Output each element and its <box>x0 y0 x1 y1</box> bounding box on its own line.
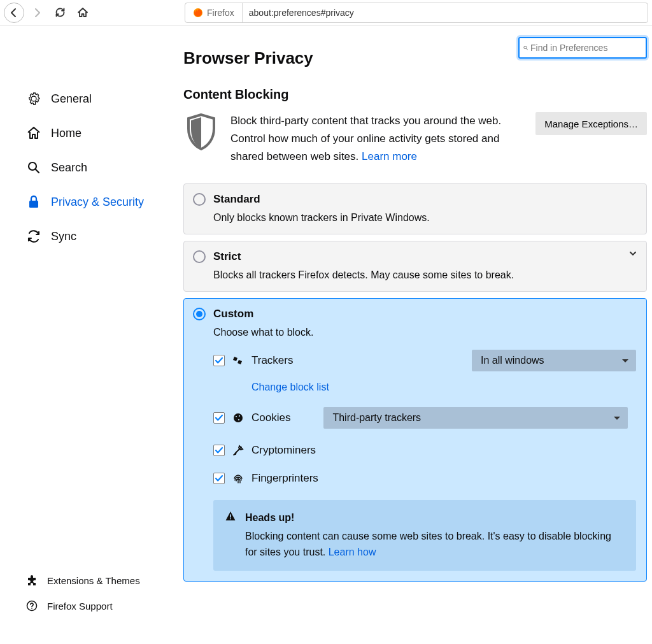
home-icon <box>77 7 89 18</box>
option-desc: Only blocks known trackers in Private Wi… <box>213 212 636 224</box>
content-blocking-description-wrap: Block third-party content that tracks yo… <box>230 112 524 166</box>
learn-more-link[interactable]: Learn more <box>362 150 417 162</box>
trackers-label: Trackers <box>252 354 294 367</box>
option-title: Custom <box>213 308 253 320</box>
svg-point-5 <box>234 413 243 422</box>
option-custom[interactable]: Custom Choose what to block. Trackers In… <box>183 298 647 581</box>
search-input[interactable] <box>530 43 642 53</box>
svg-point-6 <box>236 416 237 417</box>
option-desc: Choose what to block. <box>213 327 636 338</box>
cryptominers-label: Cryptominers <box>252 444 316 457</box>
change-block-list-link[interactable]: Change block list <box>252 382 329 392</box>
sidebar-item-privacy[interactable]: Privacy & Security <box>0 185 183 219</box>
svg-point-1 <box>29 162 36 170</box>
forward-button <box>27 3 47 23</box>
sidebar-footer-extensions[interactable]: Extensions & Themes <box>0 568 183 593</box>
cookies-icon <box>232 412 244 424</box>
fingerprinters-label: Fingerprinters <box>252 472 318 485</box>
back-button[interactable] <box>4 3 24 23</box>
heads-up-title: Heads up! <box>245 510 294 526</box>
help-icon <box>25 599 38 612</box>
sync-icon <box>25 228 42 245</box>
option-standard[interactable]: Standard Only blocks known trackers in P… <box>183 183 647 234</box>
trackers-icon <box>232 355 244 366</box>
sidebar-item-label: Sync <box>51 230 76 243</box>
cryptominers-icon <box>232 445 244 456</box>
option-title: Strict <box>213 250 241 263</box>
svg-point-7 <box>239 415 240 417</box>
url-bar[interactable]: Firefox about:preferences#privacy <box>185 3 648 23</box>
radio-strict[interactable] <box>193 250 206 263</box>
sidebar-footer-label: Firefox Support <box>47 601 113 612</box>
browser-toolbar: Firefox about:preferences#privacy <box>0 0 652 25</box>
url-text: about:preferences#privacy <box>243 8 360 18</box>
search-icon <box>25 159 42 176</box>
puzzle-icon <box>25 574 38 587</box>
firefox-icon <box>193 8 203 18</box>
option-desc: Blocks all trackers Firefox detects. May… <box>213 269 636 281</box>
manage-exceptions-button[interactable]: Manage Exceptions… <box>535 112 647 135</box>
arrow-left-icon <box>9 8 19 18</box>
sidebar-item-home[interactable]: Home <box>0 116 183 150</box>
heads-up-notice: Heads up! Blocking content can cause som… <box>213 500 636 570</box>
svg-rect-2 <box>29 201 38 208</box>
preferences-sidebar: General Home Search Privacy & Security S… <box>0 25 183 644</box>
heads-up-body-text: Blocking content can cause some web site… <box>245 531 611 557</box>
identity-label: Firefox <box>207 8 234 18</box>
svg-rect-10 <box>230 519 231 520</box>
checkbox-cookies[interactable] <box>213 412 225 424</box>
warning-icon <box>225 510 236 560</box>
checkbox-trackers[interactable] <box>213 355 225 366</box>
sidebar-footer-support[interactable]: Firefox Support <box>0 593 183 619</box>
shield-icon <box>183 112 219 166</box>
sidebar-item-sync[interactable]: Sync <box>0 219 183 254</box>
svg-rect-9 <box>230 515 231 518</box>
checkbox-fingerprinters[interactable] <box>213 473 225 484</box>
sidebar-item-general[interactable]: General <box>0 82 183 116</box>
option-title: Standard <box>213 193 260 206</box>
learn-how-link[interactable]: Learn how <box>329 547 376 557</box>
sidebar-item-search[interactable]: Search <box>0 150 183 185</box>
section-heading-content-blocking: Content Blocking <box>183 87 647 102</box>
option-strict[interactable]: Strict Blocks all trackers Firefox detec… <box>183 241 647 292</box>
svg-point-8 <box>238 419 239 420</box>
sidebar-item-label: Privacy & Security <box>51 196 144 209</box>
site-identity[interactable]: Firefox <box>185 3 243 22</box>
radio-standard[interactable] <box>193 193 206 206</box>
home-icon <box>25 125 42 141</box>
cookies-label: Cookies <box>252 411 290 424</box>
sidebar-item-label: Home <box>51 127 82 140</box>
sidebar-item-label: Search <box>51 161 87 175</box>
cookies-select[interactable]: Third-party trackers <box>323 407 628 429</box>
checkbox-cryptominers[interactable] <box>213 445 225 456</box>
lock-icon <box>25 194 42 210</box>
reload-icon <box>55 7 66 18</box>
gear-icon <box>25 90 42 107</box>
reload-button[interactable] <box>50 3 70 23</box>
search-icon <box>523 43 528 52</box>
sidebar-item-label: General <box>51 92 92 106</box>
home-button[interactable] <box>73 3 93 23</box>
preferences-content: Browser Privacy Content Blocking Block t… <box>183 25 652 644</box>
arrow-right-icon <box>32 8 42 18</box>
preferences-search[interactable] <box>518 37 647 59</box>
chevron-down-icon[interactable] <box>628 249 637 258</box>
radio-custom[interactable] <box>193 308 206 320</box>
fingerprinters-icon <box>232 473 244 484</box>
trackers-scope-select[interactable]: In all windows <box>472 350 636 371</box>
sidebar-footer-label: Extensions & Themes <box>47 575 140 586</box>
